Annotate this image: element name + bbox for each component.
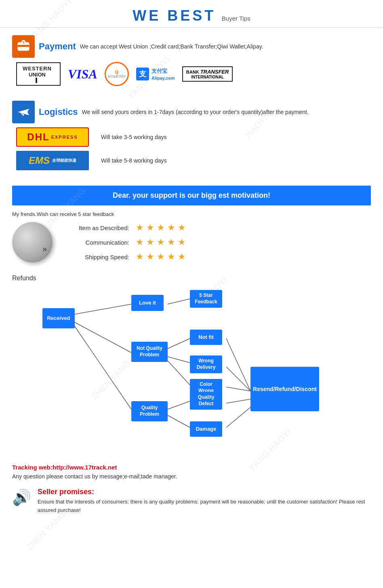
logistics-text: We will send yours orders in 1-7days (ac… xyxy=(82,108,309,116)
flow-not-fit: Not fit xyxy=(190,330,222,345)
airplane-svg-icon xyxy=(16,105,31,119)
svg-line-15 xyxy=(226,338,250,391)
flowchart: Received Love it 5 StarFeedback Not Qual… xyxy=(12,282,371,452)
dhl-row: DHL EXPRESS Will take 3-5 working days xyxy=(16,127,371,147)
svg-line-8 xyxy=(75,326,131,409)
payment-header: $ Payment We can accept West Union ;Cred… xyxy=(12,35,371,58)
rating-item-communication: Communication: ★ ★ ★ ★ ★ xyxy=(65,237,186,247)
svg-line-19 xyxy=(226,407,250,427)
payment-text: We can accept West Union ;Credit card;Ba… xyxy=(80,42,263,51)
stars-communication: ★ ★ ★ ★ ★ xyxy=(136,237,186,247)
svg-rect-1 xyxy=(18,45,29,47)
rating-item-shipping: Shipping Speed: ★ ★ ★ ★ ★ xyxy=(65,252,186,262)
svg-line-17 xyxy=(226,387,250,391)
feedback-ball: » xyxy=(12,222,53,262)
dhl-duration: Will take 3-5 working days xyxy=(101,134,167,140)
rating-item-described: Item as Described: ★ ★ ★ ★ ★ xyxy=(65,222,186,233)
payment-section: $ Payment We can accept West Union ;Cred… xyxy=(0,35,383,101)
feedback-banner: Dear. your support is our bigg est motiv… xyxy=(12,186,371,205)
rating-label-shipping: Shipping Speed: xyxy=(65,254,129,260)
flow-five-star: 5 StarFeedback xyxy=(190,290,222,308)
ems-badge: EMS 全球邮政快递 xyxy=(16,151,89,170)
ems-row: EMS 全球邮政快递 Will take 5-8 working days xyxy=(16,151,371,170)
promises-title: Seller promises: xyxy=(38,488,371,496)
flow-damage: Damage xyxy=(190,421,222,437)
speaker-icon: 🔊 xyxy=(12,489,31,506)
logo-visa: VISA xyxy=(68,67,97,82)
logo-alipay: 支 支付宝Alipay.com xyxy=(136,68,175,81)
page-header: WE BEST Buyer Tips xyxy=(0,0,383,28)
svg-line-12 xyxy=(168,361,190,385)
tracking-text: Any question please contact us by messag… xyxy=(12,473,371,480)
stars-described: ★ ★ ★ ★ ★ xyxy=(136,222,186,233)
tracking-link[interactable]: Tracking web:http://www.17track.net xyxy=(12,464,371,471)
feedback-ratings: Item as Described: ★ ★ ★ ★ ★ Communicati… xyxy=(65,222,186,262)
payment-icon: $ xyxy=(12,35,35,58)
svg-line-10 xyxy=(168,338,190,349)
ems-duration: Will take 5-8 working days xyxy=(101,157,167,164)
star-4: ★ xyxy=(167,222,175,233)
rating-label-communication: Communication: xyxy=(65,239,129,246)
refunds-title: Refunds xyxy=(12,275,36,281)
flow-resend: Resend/Refund/Discont xyxy=(250,367,319,411)
payment-label: Payment xyxy=(39,41,76,52)
logo-western-union: WESTERN UNION ▌ xyxy=(16,62,61,86)
star-1: ★ xyxy=(136,222,144,233)
logistics-icon xyxy=(12,101,35,123)
star-3: ★ xyxy=(157,222,165,233)
svg-line-13 xyxy=(168,401,190,409)
stars-shipping: ★ ★ ★ ★ ★ xyxy=(136,252,186,262)
svg-line-16 xyxy=(226,367,250,391)
flow-wrong-delivery: WrongDelivery xyxy=(190,355,222,373)
logo-qiwi: Q КОШЕЛЁК xyxy=(105,62,129,86)
svg-line-9 xyxy=(168,299,190,304)
logo-bank-transfer: BANK TRANSFER INTERNATIONAL xyxy=(182,66,233,82)
promises-section: 🔊 Seller promises: Ensure that the inter… xyxy=(0,484,383,523)
header-title: WE BEST xyxy=(133,7,216,24)
payment-logos: WESTERN UNION ▌ VISA Q КОШЕЛЁК 支 支付宝Alip… xyxy=(12,62,371,86)
logistics-header: Logistics We will send yours orders in 1… xyxy=(12,101,371,123)
svg-text:$: $ xyxy=(23,40,25,44)
flow-not-quality: Not QualityProblem xyxy=(131,342,168,362)
promises-text: Ensure that the interests of consumers; … xyxy=(38,498,371,515)
rating-label-described: Item as Described: xyxy=(65,224,129,231)
flow-received: Received xyxy=(42,308,75,328)
svg-line-18 xyxy=(226,399,250,403)
feedback-sub: My frends.Wish can receive 5 star feedba… xyxy=(12,211,371,217)
svg-line-7 xyxy=(75,322,131,353)
star-2: ★ xyxy=(146,222,154,233)
payment-svg-icon: $ xyxy=(16,39,31,54)
dhl-badge: DHL EXPRESS xyxy=(16,127,89,147)
svg-line-6 xyxy=(75,304,131,314)
svg-line-14 xyxy=(168,415,190,427)
flow-quality-problem: QualityProblem xyxy=(131,401,168,421)
flow-quality-defect: QualityDefect xyxy=(190,392,222,410)
star-5: ★ xyxy=(178,222,186,233)
refunds-section: Refunds xyxy=(0,271,383,460)
flow-love-it: Love it xyxy=(131,295,164,311)
promises-content: Seller promises: Ensure that the interes… xyxy=(38,488,371,515)
logistics-section: Logistics We will send yours orders in 1… xyxy=(0,101,383,182)
tracking-section: Tracking web:http://www.17track.net Any … xyxy=(0,460,383,484)
logistics-label: Logistics xyxy=(39,107,78,117)
header-subtitle: Buyer Tips xyxy=(222,15,250,22)
feedback-content: » Item as Described: ★ ★ ★ ★ ★ Communica… xyxy=(12,222,371,262)
svg-line-11 xyxy=(168,357,190,363)
